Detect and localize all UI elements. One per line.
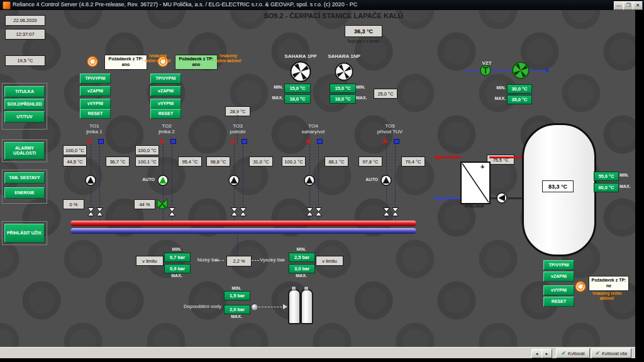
tuv-pump-icon[interactable] bbox=[575, 281, 586, 292]
sahara-pp-min-setpoint[interactable]: 15,0 °C bbox=[284, 84, 311, 93]
prev-arrow-icon: ◄ bbox=[535, 352, 539, 356]
refill-min-setpoint[interactable]: 1,5 bar bbox=[224, 291, 250, 300]
to4-valve-icon[interactable] bbox=[306, 207, 313, 216]
tank-max-setpoint[interactable]: 60,0 °C bbox=[594, 183, 619, 192]
gas-cylinder bbox=[288, 289, 301, 324]
low-pressure-max-setpoint[interactable]: 0,9 bar bbox=[164, 264, 191, 273]
to2-mixing-valve-icon[interactable] bbox=[157, 199, 168, 209]
next-page-button[interactable]: ► bbox=[541, 349, 552, 358]
to5-pump-icon[interactable] bbox=[380, 175, 392, 186]
vzt-max-label: MAX. bbox=[489, 96, 506, 101]
tuv-request-box: Požadavek z TP: ne bbox=[589, 276, 629, 291]
exchanger-brand: AlfaLaval bbox=[458, 204, 491, 209]
to3-left-temp: 98,8 °C bbox=[206, 156, 230, 167]
sahara-np-max-setpoint[interactable]: 18,0 °C bbox=[330, 94, 356, 104]
sahara-1np-fan-icon[interactable] bbox=[335, 62, 353, 81]
sidebar-item-prehled[interactable]: SO9.2/PŘEHLED bbox=[4, 99, 45, 110]
charging-pump-icon[interactable] bbox=[496, 192, 508, 204]
to3-pipe-temp: 28,9 °C bbox=[225, 106, 250, 116]
sahara-pp-max-setpoint[interactable]: 18,0 °C bbox=[284, 94, 311, 104]
pump2-vypni-button[interactable]: vVYPNI bbox=[150, 99, 181, 109]
to5-valve-icon[interactable] bbox=[392, 207, 399, 216]
pump2-zapni-button[interactable]: vZAPNI bbox=[150, 86, 181, 96]
pump2-tp-vypni-button[interactable]: TP/VYPNI bbox=[150, 74, 181, 84]
to1-valve-percent: 0 % bbox=[63, 199, 84, 209]
to3-valve-icon[interactable] bbox=[231, 207, 238, 216]
to1-valve-icon[interactable] bbox=[87, 207, 94, 216]
refill-max-label: MAX. bbox=[224, 314, 249, 319]
high-pressure-max-label: MAX. bbox=[288, 273, 314, 278]
to1-supply-temp: 100,0 °C bbox=[63, 145, 87, 155]
to1-valve-icon[interactable] bbox=[96, 207, 103, 216]
sidebar-item-energie[interactable]: ENERGIE bbox=[4, 187, 45, 199]
tuv-reset-button[interactable]: RESET bbox=[543, 297, 574, 307]
gas-cylinder-cap bbox=[291, 286, 296, 290]
pump1-reset-button[interactable]: RESET bbox=[80, 109, 111, 119]
pump2-icon[interactable] bbox=[157, 56, 169, 67]
pump1-tp-vypni-button[interactable]: TP/VYPNI bbox=[80, 74, 111, 84]
high-pressure-max-setpoint[interactable]: 3,0 bar bbox=[289, 264, 315, 273]
acknowledge-all-button[interactable]: ✔ Kvitovat vše bbox=[591, 348, 631, 358]
flow-marker-hot bbox=[87, 138, 92, 143]
sidebar-item-alarmy[interactable]: ALARMY UDÁLOSTI bbox=[4, 142, 45, 160]
tuv-vypni-button[interactable]: vVYPNI bbox=[543, 285, 574, 295]
to2-place: jimka 2 bbox=[142, 129, 192, 134]
refill-label: Dopouštění vody bbox=[182, 304, 223, 309]
sahara-1pp-label: SAHARA 1PP bbox=[281, 53, 320, 59]
refill-max-setpoint[interactable]: 2,0 bar bbox=[224, 305, 250, 314]
to3-pump-icon[interactable] bbox=[228, 175, 240, 186]
prev-page-button[interactable]: ◄ bbox=[531, 349, 542, 358]
exchanger-return-arrow bbox=[434, 196, 438, 201]
vzt-fan-icon[interactable] bbox=[512, 62, 530, 79]
dashed-connector bbox=[258, 307, 285, 307]
outdoor-temp-value: 36,3 °C bbox=[345, 25, 382, 37]
sidebar-item-titulka[interactable]: TITULKA bbox=[4, 86, 45, 97]
to5-pump-mode: AUTO bbox=[360, 177, 378, 182]
tuv-zapni-button[interactable]: vZAPNI bbox=[543, 272, 574, 282]
high-pressure-min-setpoint[interactable]: 2,5 bar bbox=[289, 253, 315, 262]
to4-left-temp: 100,1 °C bbox=[282, 156, 306, 167]
pump2-reset-button[interactable]: RESET bbox=[150, 109, 181, 119]
to2-supply-temp: 100,0 °C bbox=[135, 145, 159, 155]
to2-valve-icon[interactable] bbox=[169, 207, 175, 216]
low-pressure-min-setpoint[interactable]: 0,7 bar bbox=[164, 253, 191, 262]
to4-pump-icon[interactable] bbox=[304, 175, 315, 186]
sidebar-item-sestavy[interactable]: TAB. SESTAVY bbox=[4, 172, 45, 184]
maximize-button[interactable]: ❐ bbox=[623, 1, 633, 10]
vzt-max-setpoint[interactable]: 35,0 °C bbox=[507, 95, 532, 104]
refill-arrow bbox=[283, 304, 287, 309]
to1-name: TO1 bbox=[69, 123, 119, 129]
vzt-min-setpoint[interactable]: 30,0 °C bbox=[507, 84, 532, 94]
sahara-1pp-fan-icon[interactable] bbox=[290, 61, 311, 82]
to1-right-temp: 36,7 °C bbox=[106, 156, 130, 167]
tuv-tp-vypni-button[interactable]: TP/VYPNI bbox=[543, 260, 574, 270]
refill-min-label: MIN. bbox=[224, 286, 249, 291]
acknowledge-button[interactable]: ✔ Kvitovat bbox=[556, 348, 590, 358]
tank-min-setpoint[interactable]: 55,0 °C bbox=[594, 172, 619, 181]
pump1-zapni-button[interactable]: vZAPNI bbox=[80, 86, 111, 96]
sahara-np-min-label: MIN. bbox=[356, 85, 372, 90]
to2-right-temp: 95,4 °C bbox=[178, 156, 202, 167]
pump1-icon[interactable] bbox=[87, 56, 98, 67]
to1-pump-icon[interactable] bbox=[85, 175, 96, 186]
to2-name: TO2 bbox=[142, 123, 192, 129]
minimize-button[interactable]: — bbox=[614, 1, 624, 10]
sidebar-item-prihlasit[interactable]: PŘIHLÁSIT UŽIV. bbox=[4, 224, 45, 243]
sahara-np-min-setpoint[interactable]: 15,0 °C bbox=[330, 84, 356, 93]
heat-exchanger[interactable] bbox=[460, 162, 491, 204]
pump1-vypni-button[interactable]: vVYPNI bbox=[80, 99, 111, 109]
to1-place: jimka 1 bbox=[69, 129, 119, 134]
to2-pump-mode: AUTO bbox=[137, 177, 155, 182]
expansion-value: 2,2 % bbox=[226, 256, 252, 266]
to3-valve-icon[interactable] bbox=[240, 207, 247, 216]
vzt-damper-icon[interactable] bbox=[480, 65, 491, 76]
pump2-request-box: Požadavek z TP: ano bbox=[175, 55, 218, 70]
sidebar-item-ut-tuv[interactable]: UT/TUV bbox=[4, 111, 45, 123]
to2-pump-icon[interactable] bbox=[157, 175, 169, 186]
high-pressure-min-label: MIN. bbox=[288, 247, 314, 252]
close-button[interactable]: ✕ bbox=[633, 1, 643, 10]
to2-left-temp: 100,1 °C bbox=[135, 156, 159, 167]
to5-place: přívod TUV bbox=[365, 129, 415, 134]
to4-valve-icon[interactable] bbox=[315, 207, 322, 216]
to5-valve-icon[interactable] bbox=[383, 207, 390, 216]
